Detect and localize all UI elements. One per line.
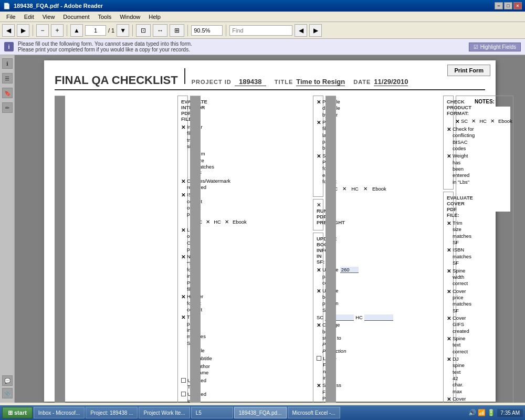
systray-icons: 🔊 📶 🔋	[468, 409, 496, 416]
psa-item-dj-spine: ✕ DJ spine text 42 char. max	[447, 356, 450, 395]
psa-item-spine: ✕ Spine width correct	[447, 268, 450, 287]
psa-item-cover-price: ✕ Cover price matches SF	[447, 288, 450, 314]
taskbar-right: 🔊 📶 🔋 7:35 AM	[468, 409, 523, 417]
sep5	[226, 25, 226, 36]
item-bisac: ✕ Check for conflicting BISAC codes	[447, 126, 450, 152]
prev-page-btn[interactable]: ▲	[70, 24, 83, 37]
next-page-btn[interactable]: ▼	[117, 24, 129, 37]
psa-qa-banner: PSA QA	[55, 96, 65, 403]
item-pdf-div4: ✕ PDF file divisible by four	[317, 99, 320, 118]
update-count-input[interactable]	[340, 267, 359, 273]
sidebar-bookmark-icon[interactable]: 🔖	[2, 88, 13, 98]
highlight-fields-btn[interactable]: ☑ Highlight Fields	[469, 43, 521, 51]
sidebar-tag-icon[interactable]: ✏	[2, 102, 13, 113]
column-left: EVALUATE INTERIOR PDF FILE: ✕ Interior f…	[177, 96, 188, 403]
fit-two-btn[interactable]: ⊞	[170, 24, 184, 37]
fit-page-btn[interactable]: ⊡	[136, 24, 151, 37]
column-psa: CHECK PRODUCT FORMAT: ✕ SC ✕ HC ✕ Ebook …	[443, 96, 454, 403]
main-area: ℹ ☰ 🔖 ✏ 💬 📎 Print Form FINAL QA CHECKLIS…	[0, 55, 525, 403]
date-value: 11/29/2010	[374, 78, 408, 86]
find-input[interactable]	[229, 25, 292, 36]
psa-eval-cover-title: EVALUATE COVER PDF FILE:	[447, 195, 450, 218]
psa-item-gifs: ✕ Cover GIFS created	[447, 315, 450, 334]
project-id-label: PROJECT ID	[192, 79, 232, 85]
taskbar-item-l5[interactable]: L5	[191, 407, 233, 418]
window-icon: 📄	[3, 3, 10, 9]
fit-width-btn[interactable]: ↔	[153, 24, 167, 37]
find-prev-btn[interactable]: ◀	[295, 24, 307, 37]
notes-title: NOTES:	[459, 99, 510, 104]
psa-eval-cover-section: EVALUATE COVER PDF FILE: ✕ Trim size mat…	[443, 192, 454, 403]
project-id-value: 189438	[235, 78, 266, 86]
psa-item-isbn: ✕ ISBN matches SF	[447, 247, 450, 266]
date-group: DATE 11/29/2010	[353, 78, 408, 86]
psa-check-product-section: CHECK PRODUCT FORMAT: ✕ SC ✕ HC ✕ Ebook …	[443, 96, 454, 190]
title-value: Time to Resign	[296, 78, 345, 86]
menu-view[interactable]: View	[38, 14, 59, 20]
item-success-fbqa: ✕ Success FBQA PWI	[317, 382, 320, 402]
back-btn[interactable]: ◀	[2, 24, 15, 37]
item-isbn-cr: ✕ ISBN correct on CR page	[181, 192, 184, 217]
interior-qa-banner: INTERIOR QA	[190, 96, 201, 403]
taskbar-item-work[interactable]: Project Work Ite...	[139, 407, 190, 418]
menu-document[interactable]: Document	[59, 14, 93, 20]
item-toc: Updated TOC	[181, 377, 184, 391]
taskbar-item-excel[interactable]: Microsoft Excel -...	[288, 407, 340, 418]
start-button[interactable]: ⊞ start	[2, 407, 33, 418]
item-no-tt: ✕ No "TT" fonts in PDF file	[181, 254, 184, 292]
forward-btn[interactable]: ▶	[17, 24, 29, 37]
item-price-values: SC HC	[317, 314, 320, 321]
menu-edit[interactable]: Edit	[20, 14, 38, 20]
toolbar: ◀ ▶ − + ▲ / 1 ▼ ⊡ ↔ ⊞ ◀ ▶	[0, 22, 525, 39]
update-book-section: UPDATE BOOK INFO IN SF: ✕ Update page co…	[313, 233, 323, 403]
sidebar-info-icon[interactable]: ℹ	[2, 58, 13, 69]
psa-check-product-title: CHECK PRODUCT FORMAT:	[447, 99, 450, 116]
hc-price-input[interactable]	[364, 314, 393, 321]
item-pdf-last: ✕ PDF file last page blank	[317, 119, 320, 152]
sidebar-attach-icon[interactable]: 📎	[2, 388, 13, 398]
item-header-format: ✕ Header format correct	[181, 293, 184, 313]
page-input[interactable]	[85, 25, 106, 36]
pdf-page: Print Form FINAL QA CHECKLIST PROJECT ID…	[44, 60, 496, 402]
menu-help[interactable]: Help	[144, 14, 165, 20]
sidebar-comment-icon[interactable]: 💬	[2, 375, 13, 386]
item-weight-lbs: ✕ Weight has been entered in "Lbs"	[447, 153, 450, 185]
sidebar-page-icon[interactable]: ☰	[2, 73, 13, 83]
title-group: TITLE Time to Resign	[275, 78, 345, 86]
maximize-btn[interactable]: □	[504, 2, 512, 9]
print-form-button[interactable]: Print Form	[447, 65, 490, 76]
document-header: FINAL QA CHECKLIST PROJECT ID 189438 TIT…	[55, 68, 485, 90]
taskbar-item-project[interactable]: Project: 189438 ...	[86, 407, 138, 418]
window-controls[interactable]: − □ ×	[495, 2, 522, 9]
zoom-input[interactable]	[191, 25, 223, 36]
run-pdf-preflight-section: ✕ RUN PDF PREFLIGHT	[313, 199, 323, 230]
taskbar-item-inbox[interactable]: Inbox - Microsof...	[34, 407, 85, 418]
menu-tools[interactable]: Tools	[94, 14, 116, 20]
menubar: File Edit View Document Tools Window Hel…	[0, 12, 525, 22]
update-book-title: UPDATE BOOK INFO IN SF:	[317, 236, 320, 265]
item-update-page: ✕ Update page count	[317, 267, 320, 286]
psa-item-spine-text: ✕ Spine text correct	[447, 335, 450, 355]
main-content-grid: EVALUATE INTERIOR PDF FILE: ✕ Interior f…	[55, 96, 485, 403]
item-lccn: ✕ LCCN on CR page	[181, 227, 184, 253]
sep1	[33, 25, 33, 36]
sep4	[187, 25, 188, 36]
menu-window[interactable]: Window	[116, 14, 144, 20]
menu-file[interactable]: File	[2, 14, 20, 20]
item-cutlines: ✕ Cutlines/Watermark removed	[181, 178, 184, 191]
item-title-page: ✕ Title page info matches SF	[181, 314, 184, 346]
item-index: Updated index	[181, 391, 184, 403]
zoom-in-btn[interactable]: +	[51, 24, 64, 37]
sep2	[67, 25, 67, 36]
doc-main-title: FINAL QA CHECKLIST	[55, 74, 178, 87]
item-update-price: ✕ Update book price in SF	[317, 288, 320, 313]
eval-interior-title: EVALUATE INTERIOR PDF FILE:	[181, 99, 184, 122]
notif-icon: i	[4, 42, 14, 51]
time-display: 7:35 AM	[497, 409, 523, 417]
close-btn[interactable]: ×	[513, 2, 522, 9]
zoom-out-btn[interactable]: −	[36, 24, 49, 37]
find-next-btn[interactable]: ▶	[309, 24, 322, 37]
taskbar-item-fqa[interactable]: 189438_FQA.pd...	[234, 407, 287, 418]
minimize-btn[interactable]: −	[495, 2, 503, 9]
highlight-icon: ☑	[474, 44, 478, 50]
